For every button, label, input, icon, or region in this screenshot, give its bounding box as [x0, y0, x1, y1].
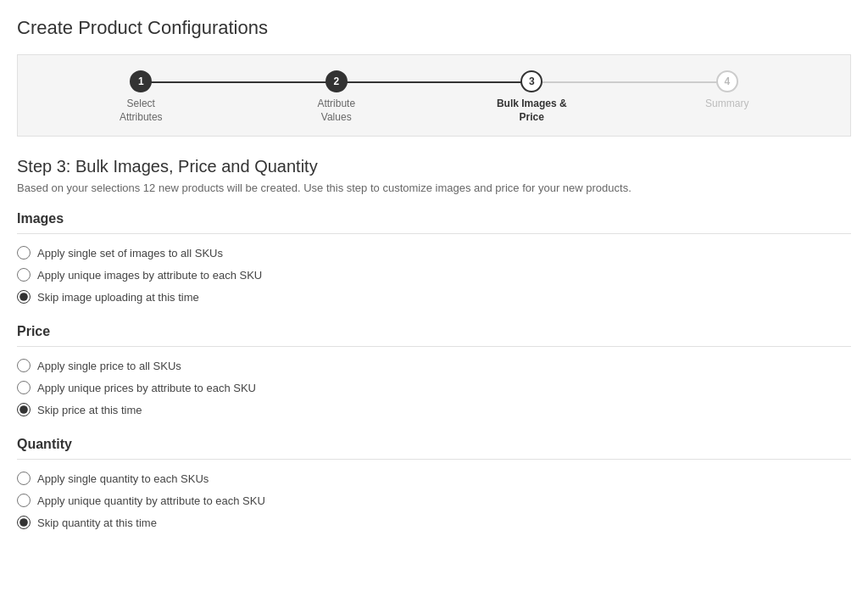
quantity-label-3: Skip quantity at this time [37, 516, 157, 529]
price-radio-3[interactable] [17, 403, 31, 416]
images-section-title: Images [17, 211, 851, 234]
images-label-3: Skip image uploading at this time [37, 291, 199, 304]
images-section: Images Apply single set of images to all… [17, 211, 851, 304]
step-4-label: Summary [705, 98, 748, 111]
quantity-section: Quantity Apply single quantity to each S… [17, 437, 851, 529]
quantity-label-1: Apply single quantity to each SKUs [37, 472, 209, 485]
images-radio-2[interactable] [17, 268, 31, 282]
price-label-3: Skip price at this time [37, 404, 142, 416]
images-option-2[interactable]: Apply unique images by attribute to each… [17, 268, 851, 282]
stepper-container: 1 SelectAttributes 2 AttributeValues 3 B… [17, 54, 851, 137]
images-label-1: Apply single set of images to all SKUs [37, 247, 223, 260]
quantity-option-2[interactable]: Apply unique quantity by attribute to ea… [17, 494, 851, 507]
images-radio-3[interactable] [17, 290, 31, 304]
page-title: Create Product Configurations [17, 17, 851, 39]
step-1-circle: 1 [130, 70, 152, 92]
step-3-label: Bulk Images &Price [497, 98, 567, 124]
step-heading: Step 3: Bulk Images, Price and Quantity [17, 157, 851, 176]
step-1-label: SelectAttributes [120, 98, 163, 124]
images-label-2: Apply unique images by attribute to each… [37, 269, 262, 282]
price-radio-2[interactable] [17, 381, 31, 394]
images-radio-1[interactable] [17, 246, 31, 260]
main-content: Step 3: Bulk Images, Price and Quantity … [17, 157, 851, 529]
quantity-radio-1[interactable] [17, 472, 31, 485]
price-label-2: Apply unique prices by attribute to each… [37, 382, 256, 394]
price-option-3[interactable]: Skip price at this time [17, 403, 851, 416]
quantity-radio-3[interactable] [17, 516, 31, 529]
price-section: Price Apply single price to all SKUs App… [17, 324, 851, 416]
images-option-3[interactable]: Skip image uploading at this time [17, 290, 851, 304]
step-3-circle: 3 [520, 70, 542, 92]
step-4: 4 Summary [630, 70, 826, 111]
step-description: Based on your selections 12 new products… [17, 181, 851, 194]
step-3: 3 Bulk Images &Price [434, 70, 630, 124]
step-4-circle: 4 [716, 70, 738, 92]
quantity-radio-2[interactable] [17, 494, 31, 507]
step-2-label: AttributeValues [317, 98, 355, 124]
stepper: 1 SelectAttributes 2 AttributeValues 3 B… [43, 70, 825, 124]
price-radio-1[interactable] [17, 359, 31, 372]
step-2-circle: 2 [326, 70, 348, 92]
quantity-option-3[interactable]: Skip quantity at this time [17, 516, 851, 529]
price-option-2[interactable]: Apply unique prices by attribute to each… [17, 381, 851, 394]
price-section-title: Price [17, 324, 851, 347]
price-option-1[interactable]: Apply single price to all SKUs [17, 359, 851, 372]
images-option-1[interactable]: Apply single set of images to all SKUs [17, 246, 851, 260]
step-1: 1 SelectAttributes [43, 70, 239, 124]
step-2: 2 AttributeValues [239, 70, 435, 124]
price-label-1: Apply single price to all SKUs [37, 360, 181, 372]
page-wrapper: Create Product Configurations 1 SelectAt… [0, 0, 868, 583]
quantity-option-1[interactable]: Apply single quantity to each SKUs [17, 472, 851, 485]
quantity-section-title: Quantity [17, 437, 851, 460]
quantity-label-2: Apply unique quantity by attribute to ea… [37, 494, 265, 507]
